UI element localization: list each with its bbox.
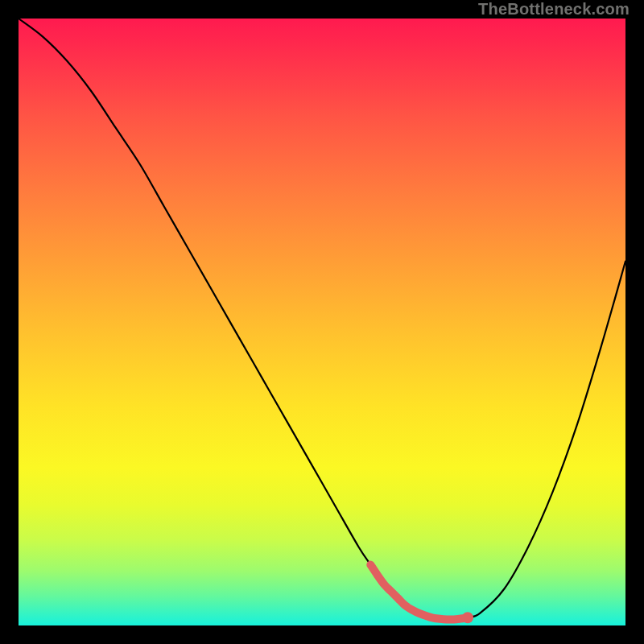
bottleneck-curve — [19, 19, 625, 620]
marker-segment — [370, 565, 468, 620]
curve-layer — [19, 19, 625, 625]
plot-area — [19, 19, 625, 625]
attribution-label: TheBottleneck.com — [478, 0, 630, 19]
chart-frame: TheBottleneck.com — [0, 0, 644, 644]
marker-dot — [462, 612, 473, 623]
